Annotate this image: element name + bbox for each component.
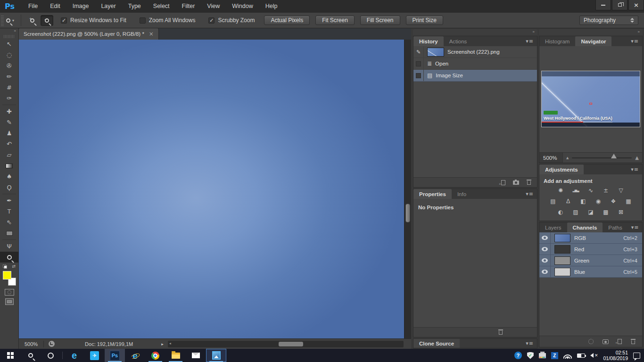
taskbar-mail[interactable]	[186, 349, 206, 362]
tab-info[interactable]: Info	[452, 189, 472, 199]
move-tool[interactable]: ↖	[0, 39, 18, 49]
foreground-color-swatch[interactable]	[3, 271, 11, 280]
menu-filter[interactable]: Filter	[176, 0, 201, 13]
action-center-icon[interactable]	[633, 353, 640, 359]
adjustment-selective-color-icon[interactable]: ⊠	[615, 208, 627, 216]
wifi-icon[interactable]	[563, 353, 572, 359]
visibility-toggle[interactable]	[539, 266, 551, 277]
adjustment-color-lookup-icon[interactable]: ▦	[623, 197, 635, 205]
type-tool[interactable]: T	[0, 206, 18, 217]
visibility-toggle[interactable]	[539, 244, 551, 255]
start-button[interactable]	[0, 349, 20, 362]
tab-adjustments[interactable]: Adjustments	[539, 165, 584, 174]
status-zoom-field[interactable]: 500%	[19, 341, 43, 347]
history-state-row[interactable]: ≣ Open	[413, 58, 537, 70]
visibility-toggle[interactable]	[539, 232, 551, 243]
tools-grip[interactable]	[4, 35, 15, 38]
panel-menu-icon[interactable]	[627, 165, 642, 174]
printer-tray-icon[interactable]	[539, 353, 546, 358]
default-colors-icon[interactable]	[3, 264, 7, 269]
new-document-from-state-icon[interactable]	[501, 180, 505, 185]
zoom-out-button[interactable]: −	[41, 15, 53, 26]
adjustment-color-balance-icon[interactable]: Δ	[562, 197, 574, 205]
channel-row-blue[interactable]: Blue Ctrl+5	[539, 266, 642, 278]
panel-menu-icon[interactable]	[522, 189, 537, 199]
menu-image[interactable]: Image	[66, 0, 95, 13]
crop-tool[interactable]: #	[0, 82, 18, 93]
visibility-toggle[interactable]	[539, 255, 551, 266]
history-brush-source-well[interactable]: ✎	[413, 46, 424, 58]
eraser-tool[interactable]: ▱	[0, 149, 18, 160]
menu-window[interactable]: Window	[226, 0, 259, 13]
history-state-row-selected[interactable]: ▤ Image Size	[413, 70, 537, 82]
resize-windows-checkbox[interactable]: ✓ Resize Windows to Fit	[61, 17, 126, 24]
volume-muted-icon[interactable]: ✕	[590, 353, 598, 358]
close-button[interactable]: ×	[628, 0, 644, 10]
elliptical-marquee-tool[interactable]: ◌	[0, 49, 18, 60]
taskbar-photoshop[interactable]: Ps	[105, 349, 125, 362]
close-tab-icon[interactable]: ×	[149, 31, 154, 37]
save-selection-as-channel-icon[interactable]	[603, 339, 609, 344]
quick-selection-tool[interactable]: ✏	[0, 71, 18, 82]
menu-select[interactable]: Select	[147, 0, 176, 13]
tab-channels[interactable]: Channels	[567, 222, 603, 232]
menu-file[interactable]: File	[22, 0, 44, 13]
pen-tool[interactable]: ✒	[0, 195, 18, 206]
fit-screen-button[interactable]: Fit Screen	[315, 16, 355, 25]
navigator-zoom-slider[interactable]	[572, 157, 632, 158]
adjustment-brightness-contrast-icon[interactable]: ✺	[555, 186, 567, 194]
taskbar-rocket-app[interactable]: ✈	[84, 349, 105, 362]
adjustment-photo-filter-icon[interactable]: ◉	[593, 197, 604, 205]
actual-pixels-button[interactable]: Actual Pixels	[264, 16, 310, 25]
tab-paths[interactable]: Paths	[603, 222, 627, 232]
collapse-panels-icon[interactable]	[413, 29, 537, 35]
help-tray-icon[interactable]: ?	[514, 352, 522, 359]
battery-icon[interactable]	[577, 354, 585, 358]
tab-properties[interactable]: Properties	[413, 189, 452, 199]
minimize-button[interactable]	[595, 0, 611, 10]
history-brush-source-well[interactable]	[413, 58, 424, 69]
adjustment-vibrance-icon[interactable]: ▽	[615, 186, 627, 194]
spot-healing-brush-tool[interactable]: ✚	[0, 106, 18, 117]
delete-channel-icon[interactable]	[631, 339, 636, 345]
panel-menu-icon[interactable]	[627, 36, 642, 46]
menu-help[interactable]: Help	[259, 0, 284, 13]
channel-row-green[interactable]: Green Ctrl+4	[539, 255, 642, 266]
tab-clone-source[interactable]: Clone Source	[413, 339, 460, 348]
menu-view[interactable]: View	[201, 0, 226, 13]
panel-menu-icon[interactable]	[522, 36, 537, 46]
dodge-tool[interactable]: Ϙ	[0, 182, 18, 193]
delete-icon[interactable]	[498, 329, 503, 335]
rectangle-tool[interactable]	[0, 228, 18, 239]
adjustment-black-white-icon[interactable]: ◧	[578, 197, 589, 205]
new-channel-icon[interactable]	[618, 339, 622, 344]
navigator-zoom-field[interactable]: 500%	[539, 153, 563, 163]
adjustment-hue-saturation-icon[interactable]: ▤	[547, 197, 559, 205]
navigator-proxy-view-box[interactable]	[589, 103, 592, 105]
menu-type[interactable]: Type	[122, 0, 147, 13]
taskbar-search-button[interactable]	[20, 349, 41, 362]
panel-menu-icon[interactable]	[628, 222, 643, 232]
adjustment-exposure-icon[interactable]: ±	[600, 186, 612, 194]
delete-state-icon[interactable]	[527, 180, 531, 185]
tab-layers[interactable]: Layers	[539, 222, 567, 232]
collapse-tools-icon[interactable]	[0, 28, 18, 34]
eyedropper-tool[interactable]: ✑	[0, 93, 18, 104]
taskbar-internet-explorer[interactable]: e	[125, 349, 145, 362]
lasso-tool[interactable]: ✇	[0, 60, 18, 71]
zoom-in-mountain-icon[interactable]: ▲	[635, 155, 639, 160]
channel-row-red[interactable]: Red Ctrl+3	[539, 244, 642, 255]
navigator-preview[interactable]: West Hollywood / California (USA)	[541, 71, 640, 127]
adjustment-levels-icon[interactable]: ▂▅▃	[570, 186, 582, 194]
taskbar-edge[interactable]: e	[64, 349, 84, 362]
taskbar-file-explorer[interactable]	[165, 349, 186, 362]
history-snapshot-row[interactable]: ✎ Screenshot (222).png	[413, 46, 537, 58]
adjustment-threshold-icon[interactable]: ◪	[585, 208, 597, 216]
zoom-in-button[interactable]: +	[26, 15, 39, 26]
taskbar-photos-app[interactable]	[206, 349, 226, 362]
defender-shield-icon[interactable]: ✓	[527, 352, 534, 359]
zoom-out-mountain-icon[interactable]: ▲	[566, 156, 569, 160]
adjustment-invert-icon[interactable]: ◐	[555, 208, 567, 216]
adjustment-gradient-map-icon[interactable]: ▩	[600, 208, 612, 216]
scrubby-zoom-checkbox[interactable]: ✓ Scrubby Zoom	[208, 17, 255, 24]
